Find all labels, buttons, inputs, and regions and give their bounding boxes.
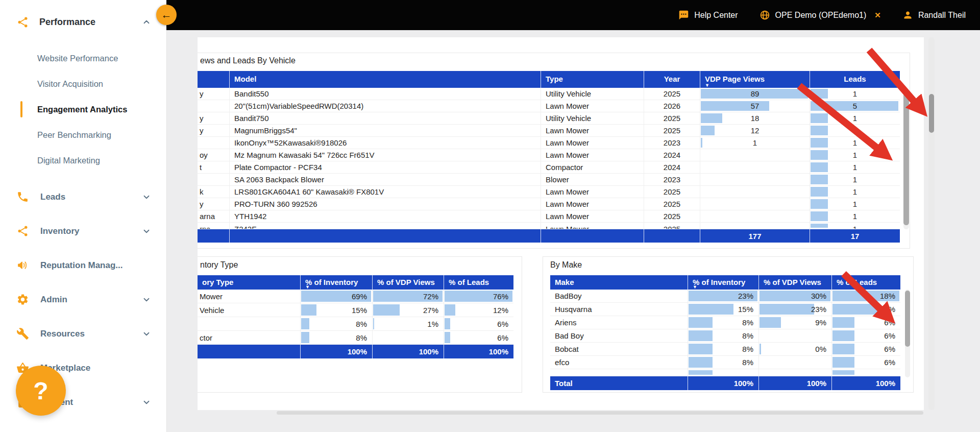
sidebar-item-inventory[interactable]: Inventory — [0, 214, 166, 248]
cell-make: Bobcat — [550, 343, 688, 356]
sidebar-item-website-performance[interactable]: Website Performance — [0, 45, 166, 71]
column-header-of-vdp-views[interactable]: % of VDP Views — [758, 275, 831, 290]
column-header-label: % of VDP Views — [764, 278, 827, 287]
sidebar-item-performance[interactable]: Performance — [0, 11, 166, 33]
cell-make-fragment: rna — [198, 223, 229, 229]
total-percent: 100% — [372, 345, 444, 358]
megaphone-icon — [16, 259, 29, 272]
column-header-type[interactable]: Type — [541, 71, 644, 88]
cell-percent: 8% — [300, 331, 372, 345]
table-row[interactable]: efco8%6% — [550, 356, 900, 369]
table-row[interactable]: IkonOnyx™52Kawasaki®918026Lawn Mower2023… — [198, 137, 900, 149]
scrollbar-thumb[interactable] — [905, 291, 910, 347]
table-row[interactable]: tPlate Compactor - PCF34Compactor20241 — [198, 161, 900, 174]
table-row[interactable]: oyMz Magnum Kawasaki 54" 726cc Fr651VLaw… — [198, 149, 900, 161]
cell-model: 20"(51cm)VariableSpeedRWD(20314) — [229, 100, 541, 112]
cell-percent: 6% — [831, 316, 900, 329]
sidebar-item-reputation-manag[interactable]: Reputation Manag... — [0, 248, 166, 282]
table-row[interactable]: yBandit750Utility Vehicle2025181 — [198, 112, 900, 125]
cell-type: Utility Vehicle — [541, 88, 644, 100]
column-header-of-inventory[interactable]: % of Inventory▼ — [300, 275, 372, 290]
cell-percent: 1% — [372, 317, 444, 331]
cell-make-fragment: y — [198, 198, 229, 210]
cell-leads: 1 — [810, 210, 900, 223]
scrollbar-thumb[interactable] — [929, 94, 934, 133]
cell-percent: 15% — [300, 303, 372, 317]
arrow-left-icon: ← — [161, 9, 172, 21]
column-header-clipped[interactable] — [198, 71, 229, 88]
column-header-year[interactable]: Year — [644, 71, 700, 88]
sidebar-item-admin[interactable]: Admin — [0, 282, 166, 317]
sort-descending-icon: ▼ — [693, 284, 697, 290]
main-table-scrollbar[interactable] — [903, 88, 909, 229]
cell-percent: 6% — [444, 331, 513, 345]
table-row[interactable]: yPRO-TURN 360 992526Lawn Mower20251 — [198, 198, 900, 210]
page-scrollbar[interactable] — [928, 37, 935, 410]
table-row[interactable]: BadBoy23%30%18% — [550, 290, 900, 303]
table-row[interactable]: rnaZ242FLawn Mower20251 — [198, 223, 900, 229]
column-header-of-inventory[interactable]: % of Inventory▼ — [688, 275, 758, 290]
make-table-scrollbar[interactable] — [905, 290, 910, 377]
sidebar-item-label: Engagement Analytics — [37, 105, 127, 114]
table-row[interactable]: 20"(51cm)VariableSpeedRWD(20314)Lawn Mow… — [198, 100, 900, 112]
column-header-of-leads[interactable]: % of Leads — [444, 275, 513, 290]
table-row[interactable]: yMagnumBriggs54"Lawn Mower2025121 — [198, 125, 900, 137]
sidebar-item-peer-benchmarking[interactable]: Peer Benchmarking — [0, 122, 166, 148]
visual-title-inventory-type: ntory Type — [200, 260, 238, 270]
table-row[interactable]: Vehicle15%27%12% — [198, 303, 513, 317]
total-vdp-page-views: 177 — [700, 229, 810, 243]
horizontal-scrollbar[interactable] — [277, 411, 923, 415]
column-header-of-vdp-views[interactable]: % of VDP Views — [372, 275, 444, 290]
table-row[interactable]: Bobcat8%0%6% — [550, 343, 900, 356]
table-row[interactable]: kLRS801GKA604A1 60" Kawasaki® FX801VLawn… — [198, 186, 900, 198]
sidebar-item-visitor-acquisition[interactable]: Visitor Acquisition — [0, 71, 166, 97]
sidebar-item-leads[interactable]: Leads — [0, 180, 166, 214]
cell-make: Bad Boy — [550, 329, 688, 343]
table-row[interactable]: arnaYTH1942Lawn Mower20251 — [198, 210, 900, 223]
cell-value: 23% — [759, 305, 831, 314]
cell-percent: 12% — [444, 303, 513, 317]
table-row[interactable]: 8%1%6% — [198, 317, 513, 331]
cell-value: 1 — [810, 212, 900, 221]
sidebar-item-resources[interactable]: Resources — [0, 317, 166, 351]
cell-leads: 1 — [810, 137, 900, 149]
cell-value: 1 — [810, 163, 900, 172]
table-row[interactable] — [550, 369, 900, 376]
visual-title-vdp: ews and Leads By Vehicle — [200, 56, 296, 65]
table-row[interactable]: ctor8%6% — [198, 331, 513, 345]
table-row[interactable]: yBandit550Utility Vehicle2025891 — [198, 88, 900, 100]
sidebar-collapse-button[interactable]: ← — [156, 5, 177, 25]
scrollbar-thumb[interactable] — [903, 89, 909, 225]
sidebar-item-digital-marketing[interactable]: Digital Marketing — [0, 148, 166, 173]
help-center-button[interactable]: Help Center — [678, 10, 738, 20]
chevron-down-icon — [142, 227, 151, 236]
sidebar-item-engagement-analytics[interactable]: Engagement Analytics — [0, 97, 166, 122]
cell-make-fragment: t — [198, 161, 229, 174]
cell-model: YTH1942 — [229, 210, 541, 223]
cell-type: Lawn Mower — [541, 100, 644, 112]
cell-year: 2024 — [644, 161, 700, 174]
column-header-make[interactable]: Make — [550, 275, 688, 290]
table-row[interactable]: SA 2063 Backpack BlowerBlower20231 — [198, 174, 900, 186]
user-label: Randall Theil — [918, 11, 966, 20]
column-header-of-leads[interactable]: % of Leads — [831, 275, 900, 290]
column-header-ory-type[interactable]: ory Type — [198, 275, 300, 290]
column-header-vdp-page-views[interactable]: VDP Page Views▼ — [700, 71, 810, 88]
cell-value: 89 — [700, 89, 810, 98]
table-row[interactable]: Mower69%72%76% — [198, 290, 513, 303]
cell-vdp-page-views — [700, 161, 810, 174]
column-header-model[interactable]: Model — [229, 71, 541, 88]
cell-make-fragment — [198, 174, 229, 186]
table-row[interactable]: Husqvarna15%23%12% — [550, 303, 900, 316]
help-button[interactable]: ? — [16, 366, 66, 416]
column-header-leads[interactable]: Leads — [810, 71, 900, 88]
cell-type: Lawn Mower — [541, 125, 644, 137]
user-menu[interactable]: Randall Theil — [902, 10, 966, 20]
cell-percent: 69% — [300, 290, 372, 303]
tenant-selector[interactable]: OPE Demo (OPEdemo1) ✕ — [760, 10, 881, 20]
table-row[interactable]: Ariens8%9%6% — [550, 316, 900, 329]
cell-model: Bandit550 — [229, 88, 541, 100]
close-icon[interactable]: ✕ — [874, 11, 881, 20]
cell-value: 27% — [373, 306, 444, 315]
table-row[interactable]: Bad Boy8%6% — [550, 329, 900, 343]
